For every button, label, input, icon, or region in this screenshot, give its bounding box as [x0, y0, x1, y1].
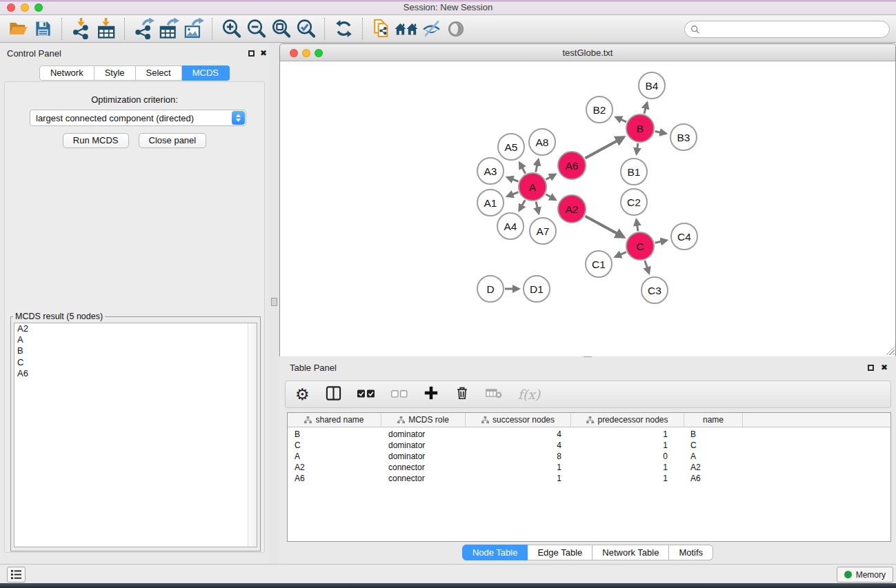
- graph-edge-A-A4[interactable]: [519, 200, 526, 210]
- column-header-mcds-role[interactable]: MCDS role: [381, 413, 466, 427]
- table-cell[interactable]: connector: [381, 474, 466, 483]
- search-box[interactable]: [684, 21, 890, 38]
- graph-edge-A6-B[interactable]: [585, 137, 624, 159]
- network-canvas[interactable]: B4B2BB3A8A5A6A3B1AC2A1A2A4A7C4CC1DD1C3: [280, 62, 895, 356]
- table-options-button[interactable]: ⚙: [295, 387, 310, 403]
- tab-network-table[interactable]: Network Table: [593, 545, 669, 560]
- close-panel-icon[interactable]: ✖: [260, 48, 267, 58]
- graph-edge-B-B2[interactable]: [616, 117, 626, 122]
- graph-edge-A-A6[interactable]: [546, 174, 555, 180]
- first-neighbors-button[interactable]: [394, 17, 419, 41]
- export-network-button[interactable]: [131, 17, 156, 41]
- table-row[interactable]: Cdominator41C: [288, 440, 890, 451]
- table-cell[interactable]: dominator: [381, 429, 466, 439]
- tab-select[interactable]: Select: [136, 65, 182, 81]
- graph-edge-A-A2[interactable]: [546, 194, 555, 200]
- network-graph[interactable]: B4B2BB3A8A5A6A3B1AC2A1A2A4A7C4CC1DD1C3: [280, 62, 895, 356]
- graph-edge-A2-C[interactable]: [585, 216, 624, 238]
- graph-edge-C-C3[interactable]: [645, 261, 649, 273]
- graph-edge-B-B3[interactable]: [655, 131, 666, 133]
- hide-selected-button[interactable]: [419, 17, 444, 41]
- table-cell[interactable]: C: [684, 440, 743, 450]
- table-close-icon[interactable]: ✖: [881, 363, 888, 372]
- window-titlebar[interactable]: Session: New Session: [0, 0, 896, 15]
- table-cell[interactable]: C: [288, 440, 381, 450]
- zoom-selected-button[interactable]: [293, 17, 318, 41]
- panel-splitter[interactable]: [269, 43, 279, 564]
- tab-node-table[interactable]: Node Table: [462, 545, 528, 560]
- table-cell[interactable]: 4: [466, 429, 571, 439]
- table-cell[interactable]: A2: [684, 463, 743, 472]
- apply-layout-button[interactable]: [331, 17, 356, 41]
- table-cell[interactable]: 1: [466, 474, 571, 483]
- run-mcds-button[interactable]: Run MCDS: [63, 133, 129, 148]
- zoom-out-button[interactable]: [243, 17, 268, 41]
- column-header-predecessor-nodes[interactable]: predecessor nodes: [571, 413, 684, 427]
- zoom-fit-button[interactable]: [268, 17, 293, 41]
- table-cell[interactable]: 1: [571, 440, 684, 450]
- column-header-successor-nodes[interactable]: successor nodes: [466, 413, 571, 427]
- table-cell[interactable]: B: [684, 429, 743, 439]
- result-list-scrollbar[interactable]: [248, 323, 257, 547]
- column-header-shared-name[interactable]: shared name: [288, 413, 381, 427]
- table-cell[interactable]: dominator: [381, 452, 466, 461]
- table-cell[interactable]: 1: [466, 463, 571, 472]
- table-row[interactable]: Adominator80A: [288, 451, 890, 462]
- table-cell[interactable]: 1: [571, 429, 684, 439]
- table-cell[interactable]: A6: [288, 474, 381, 483]
- splitter-handle[interactable]: [271, 298, 277, 306]
- column-header-name[interactable]: name: [684, 413, 743, 427]
- table-row[interactable]: A2connector11A2: [288, 462, 890, 473]
- graph-edge-C-C1[interactable]: [615, 252, 626, 257]
- graph-edge-A-A8[interactable]: [536, 159, 539, 172]
- export-image-button[interactable]: [181, 17, 206, 41]
- function-builder-button[interactable]: f(x): [518, 387, 541, 402]
- deselect-all-rows-button[interactable]: [391, 388, 408, 401]
- graph-edge-A-A7[interactable]: [536, 201, 539, 213]
- show-column-panel-button[interactable]: [326, 385, 341, 404]
- select-all-rows-button[interactable]: [357, 388, 375, 401]
- table-cell[interactable]: 4: [466, 440, 571, 450]
- graph-edge-B-B1[interactable]: [637, 143, 638, 154]
- tab-edge-table[interactable]: Edge Table: [528, 545, 593, 560]
- table-cell[interactable]: dominator: [381, 440, 466, 450]
- import-network-button[interactable]: [68, 17, 93, 41]
- graph-edge-B-B4[interactable]: [644, 103, 647, 114]
- tab-network[interactable]: Network: [39, 65, 94, 81]
- table-float-icon[interactable]: [868, 365, 874, 371]
- table-cell[interactable]: A2: [288, 463, 381, 472]
- export-table-button[interactable]: [156, 17, 181, 41]
- mcds-result-item[interactable]: A: [14, 334, 257, 345]
- task-history-button[interactable]: [7, 567, 26, 582]
- search-input[interactable]: [700, 24, 884, 35]
- table-cell[interactable]: connector: [381, 463, 466, 472]
- table-cell[interactable]: 1: [571, 474, 684, 483]
- memory-button[interactable]: Memory: [837, 567, 893, 582]
- graph-edge-A-A5[interactable]: [519, 163, 525, 174]
- tab-motifs[interactable]: Motifs: [669, 545, 713, 560]
- float-panel-icon[interactable]: [248, 50, 255, 57]
- table-cell[interactable]: A: [288, 452, 381, 461]
- mcds-result-item[interactable]: A6: [14, 368, 257, 379]
- graph-edge-C-C4[interactable]: [655, 241, 666, 243]
- table-cell[interactable]: A6: [684, 474, 743, 483]
- tab-style[interactable]: Style: [94, 65, 136, 81]
- mcds-result-item[interactable]: B: [14, 345, 257, 356]
- graph-edge-A-A3[interactable]: [507, 177, 518, 181]
- table-row[interactable]: Bdominator41B: [288, 429, 890, 440]
- mcds-result-list[interactable]: A2ABCA6: [14, 323, 257, 547]
- table-cell[interactable]: 1: [571, 463, 684, 472]
- close-panel-button[interactable]: Close panel: [139, 133, 207, 148]
- criterion-select[interactable]: largest connected component (directed): [30, 110, 246, 126]
- table-cell[interactable]: 0: [571, 452, 684, 461]
- zoom-in-button[interactable]: [219, 17, 243, 41]
- mcds-result-item[interactable]: C: [14, 357, 257, 368]
- graph-edge-C-C2[interactable]: [637, 220, 638, 231]
- delete-column-button[interactable]: [455, 385, 470, 403]
- save-session-button[interactable]: [30, 17, 55, 41]
- table-cell[interactable]: 8: [466, 452, 571, 461]
- table-cell[interactable]: B: [288, 429, 381, 439]
- show-hidden-button[interactable]: [444, 17, 468, 41]
- import-table-button[interactable]: [93, 17, 118, 41]
- new-network-from-selection-button[interactable]: [369, 17, 394, 41]
